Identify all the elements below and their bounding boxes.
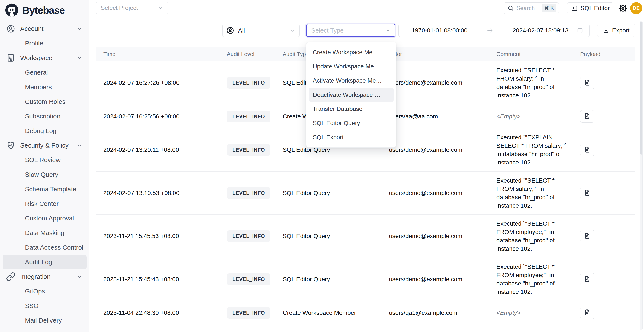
chevron-down-icon <box>76 25 83 32</box>
payload-cell <box>575 273 635 286</box>
payload-view-button[interactable] <box>580 307 594 319</box>
sidebar-item-sso[interactable]: SSO <box>2 299 86 313</box>
table-row: 2024-02-07 13:19:53 +08:00LEVEL_INFOSQL … <box>96 171 635 215</box>
type-menu-item-create-workspace-me[interactable]: Create Workspace Me… <box>309 45 394 59</box>
audit-level-cell: LEVEL_INFO <box>220 230 276 242</box>
sidebar-item-debug-log[interactable]: Debug Log <box>2 124 86 138</box>
comment-cell: Executed `"SELECT * FROM employee;"` in … <box>489 258 575 301</box>
brand-logo[interactable]: Bytebase <box>0 0 89 18</box>
payload-view-button[interactable] <box>580 110 594 123</box>
sidebar-label: Risk Center <box>25 200 59 207</box>
search-shortcut-badge: ⌘ K <box>542 4 556 12</box>
payload-view-button[interactable] <box>580 230 594 242</box>
sidebar-label: Profile <box>25 40 43 47</box>
sidebar-item-profile[interactable]: Profile <box>2 36 86 51</box>
search-input[interactable]: Search ⌘ K <box>504 2 559 14</box>
sidebar-label: Debug Log <box>25 127 56 135</box>
sidebar-section-integration[interactable]: Integration <box>2 269 86 284</box>
sidebar-section-security-policy[interactable]: Security & Policy <box>2 138 86 153</box>
column-header-time: Time <box>96 51 220 57</box>
payload-view-button[interactable] <box>580 77 594 89</box>
sidebar-label: Slow Query <box>25 171 58 178</box>
vertical-scrollbar[interactable] <box>640 21 643 330</box>
sidebar-label: Custom Approval <box>25 215 74 222</box>
archive-icon <box>6 330 16 332</box>
time-cell: 2023-11-21 15:45:43 +08:00 <box>96 276 220 283</box>
project-select-placeholder: Select Project <box>101 4 138 11</box>
sidebar-item-mail-delivery[interactable]: Mail Delivery <box>2 313 86 328</box>
sidebar-item-gitops[interactable]: GitOps <box>2 284 86 299</box>
file-search-icon <box>584 112 591 120</box>
payload-view-button[interactable] <box>580 187 594 199</box>
sidebar-item-members[interactable]: Members <box>2 80 86 94</box>
date-to-value: 2024-02-07 18:09:13 <box>512 27 568 34</box>
brand-name: Bytebase <box>22 4 65 16</box>
payload-cell <box>575 77 635 89</box>
scrollbar-thumb[interactable] <box>640 22 642 155</box>
sidebar-item-slow-query[interactable]: Slow Query <box>2 167 86 182</box>
time-cell: 2024-02-07 16:25:56 +08:00 <box>96 113 220 120</box>
sidebar-item-data-masking[interactable]: Data Masking <box>2 226 86 240</box>
sidebar-item-risk-center[interactable]: Risk Center <box>2 196 86 211</box>
type-menu-item-transfer-database[interactable]: Transfer Database <box>309 102 394 116</box>
file-search-icon <box>584 146 591 154</box>
search-icon <box>508 5 514 11</box>
link-icon <box>6 272 16 281</box>
type-filter-dropdown: Create Workspace Me…Update Workspace Me…… <box>306 42 396 148</box>
sidebar-section-account[interactable]: Account <box>2 21 86 36</box>
gear-icon[interactable] <box>618 3 628 13</box>
sidebar-item-subscription[interactable]: Subscription <box>2 109 86 124</box>
sidebar-item-custom-roles[interactable]: Custom Roles <box>2 94 86 109</box>
chevron-down-icon <box>76 55 83 61</box>
level-badge: LEVEL_INFO <box>227 144 270 156</box>
comment-cell: <Empty> <box>489 304 575 322</box>
sidebar-item-custom-approval[interactable]: Custom Approval <box>2 211 86 226</box>
level-badge: LEVEL_INFO <box>227 187 270 199</box>
export-button[interactable]: Export <box>597 24 635 37</box>
sidebar-section-workspace[interactable]: Workspace <box>2 51 86 65</box>
topbar: Select Project Search ⌘ K SQL Editor DE <box>89 0 644 17</box>
actor-filter-value: All <box>238 27 245 34</box>
comment-cell: <Empty> <box>489 107 575 125</box>
sidebar-label: Members <box>25 83 52 91</box>
sidebar-label: Custom Roles <box>25 98 65 105</box>
level-badge: LEVEL_INFO <box>227 77 270 89</box>
sidebar-nav: AccountProfileWorkspaceGeneralMembersCus… <box>0 18 89 332</box>
payload-view-button[interactable] <box>580 144 594 156</box>
main-area: Select Project Search ⌘ K SQL Editor DE <box>89 0 644 332</box>
sql-editor-button[interactable]: SQL Editor <box>567 2 614 14</box>
actor-filter-select[interactable]: All <box>222 24 300 37</box>
date-range-picker[interactable]: 1970-01-01 08:00:00 2024-02-07 18:09:13 <box>398 24 590 37</box>
sidebar-item-sql-review[interactable]: SQL Review <box>2 153 86 167</box>
audit-type-cell: Create Workspace Member <box>276 310 382 316</box>
time-cell: 2024-02-07 16:27:26 +08:00 <box>96 79 220 86</box>
type-menu-item-activate-workspace-me[interactable]: Activate Workspace Me… <box>309 74 394 88</box>
time-cell: 2024-02-07 13:20:11 +08:00 <box>96 147 220 153</box>
comment-cell: Executed `"SELECT * FROM department;"` i… <box>489 325 575 332</box>
sidebar-item-schema-template[interactable]: Schema Template <box>2 182 86 196</box>
type-menu-item-update-workspace-me[interactable]: Update Workspace Me… <box>309 59 394 74</box>
sidebar-item-audit-log[interactable]: Audit Log <box>2 255 86 269</box>
audit-level-cell: LEVEL_INFO <box>220 307 276 319</box>
chevron-down-icon <box>76 142 83 149</box>
type-menu-item-sql-editor-query[interactable]: SQL Editor Query <box>309 116 394 130</box>
type-menu-item-deactivate-workspace[interactable]: Deactivate Workspace … <box>309 88 394 102</box>
sidebar-item-general[interactable]: General <box>2 65 86 80</box>
sidebar-label: Data Masking <box>25 229 64 237</box>
arrow-right-icon <box>486 27 494 34</box>
level-badge: LEVEL_INFO <box>227 307 270 319</box>
building-icon <box>6 53 16 63</box>
bytebase-logo-icon <box>5 3 19 17</box>
type-filter-select[interactable]: Select Type <box>306 24 395 37</box>
project-select[interactable]: Select Project <box>96 2 168 14</box>
sidebar-item-data-access-control[interactable]: Data Access Control <box>2 240 86 255</box>
audit-type-cell: SQL Editor Query <box>276 190 382 196</box>
type-menu-item-sql-export[interactable]: SQL Export <box>309 130 394 144</box>
chevron-down-icon <box>76 273 83 280</box>
payload-view-button[interactable] <box>580 273 594 286</box>
actor-cell: users/demo@example.com <box>382 190 489 196</box>
file-search-icon <box>584 79 591 87</box>
payload-cell <box>575 230 635 242</box>
sidebar-section-archived[interactable]: Archived <box>2 328 86 332</box>
avatar[interactable]: DE <box>630 2 642 14</box>
